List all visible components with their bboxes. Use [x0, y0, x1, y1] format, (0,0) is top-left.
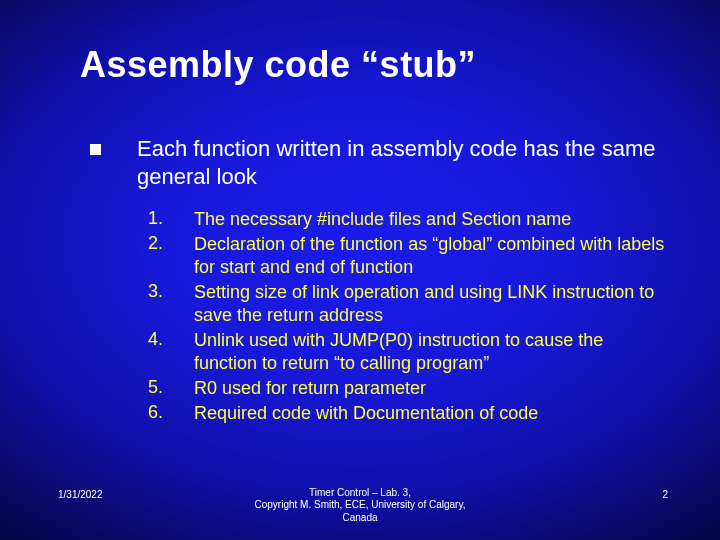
list-item: 5. R0 used for return parameter — [148, 377, 670, 400]
list-item: 2. Declaration of the function as “globa… — [148, 233, 670, 279]
lead-text: Each function written in assembly code h… — [137, 135, 670, 190]
footer-center: Timer Control – Lab. 3, Copyright M. Smi… — [0, 487, 720, 525]
list-item-number: 6. — [148, 402, 194, 423]
square-bullet-icon — [90, 144, 101, 155]
list-item-text: Required code with Documentation of code — [194, 402, 538, 425]
list-item-text: Unlink used with JUMP(P0) instruction to… — [194, 329, 670, 375]
footer-center-line2: Copyright M. Smith, ECE, University of C… — [255, 499, 466, 510]
list-item-number: 5. — [148, 377, 194, 398]
lead-bullet-row: Each function written in assembly code h… — [90, 135, 670, 190]
numbered-list: 1. The necessary #include files and Sect… — [148, 208, 670, 425]
slide-title: Assembly code “stub” — [80, 44, 476, 86]
list-item-text: Setting size of link operation and using… — [194, 281, 670, 327]
list-item-number: 1. — [148, 208, 194, 229]
list-item-number: 2. — [148, 233, 194, 254]
slide-footer: 1/31/2022 Timer Control – Lab. 3, Copyri… — [0, 478, 720, 530]
list-item: 4. Unlink used with JUMP(P0) instruction… — [148, 329, 670, 375]
list-item-text: R0 used for return parameter — [194, 377, 426, 400]
list-item-text: Declaration of the function as “global” … — [194, 233, 670, 279]
slide: Assembly code “stub” Each function writt… — [0, 0, 720, 540]
list-item-number: 4. — [148, 329, 194, 350]
slide-body: Each function written in assembly code h… — [90, 135, 670, 427]
list-item: 3. Setting size of link operation and us… — [148, 281, 670, 327]
list-item-number: 3. — [148, 281, 194, 302]
list-item: 1. The necessary #include files and Sect… — [148, 208, 670, 231]
footer-center-line1: Timer Control – Lab. 3, — [309, 487, 411, 498]
footer-page-number: 2 — [662, 489, 668, 500]
footer-center-line3: Canada — [342, 512, 377, 523]
list-item-text: The necessary #include files and Section… — [194, 208, 571, 231]
list-item: 6. Required code with Documentation of c… — [148, 402, 670, 425]
